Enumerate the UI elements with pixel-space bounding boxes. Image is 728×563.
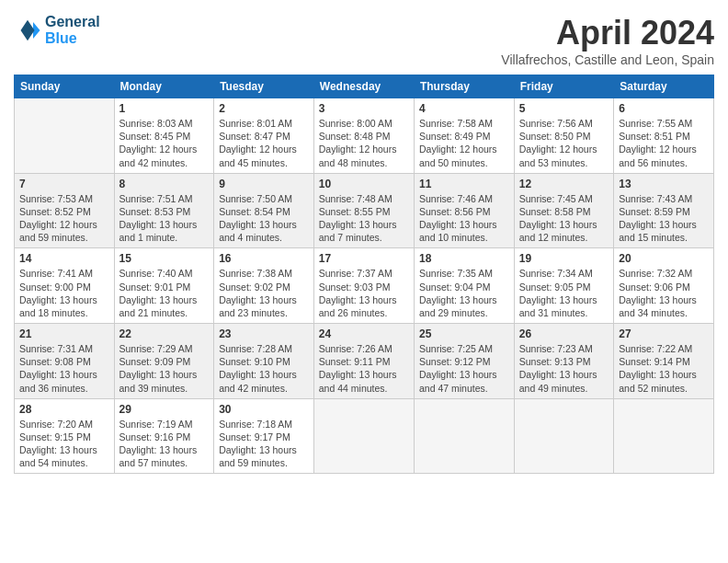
- table-row: 24Sunrise: 7:26 AMSunset: 9:11 PMDayligh…: [313, 324, 414, 399]
- day-info: Sunrise: 7:32 AMSunset: 9:06 PMDaylight:…: [619, 267, 709, 319]
- calendar-header-row: Sunday Monday Tuesday Wednesday Thursday…: [15, 75, 714, 98]
- table-row: 25Sunrise: 7:25 AMSunset: 9:12 PMDayligh…: [414, 324, 514, 399]
- day-number: 25: [419, 327, 509, 340]
- day-info: Sunrise: 7:26 AMSunset: 9:11 PMDaylight:…: [319, 342, 409, 395]
- table-row: 29Sunrise: 7:19 AMSunset: 9:16 PMDayligh…: [114, 398, 214, 474]
- day-info: Sunrise: 7:56 AMSunset: 8:50 PMDaylight:…: [519, 117, 609, 169]
- table-row: 18Sunrise: 7:35 AMSunset: 9:04 PMDayligh…: [414, 248, 514, 324]
- day-info: Sunrise: 7:38 AMSunset: 9:02 PMDaylight:…: [219, 267, 309, 319]
- table-row: 27Sunrise: 7:22 AMSunset: 9:14 PMDayligh…: [614, 324, 714, 399]
- day-info: Sunrise: 7:48 AMSunset: 8:55 PMDaylight:…: [319, 192, 409, 245]
- header-sunday: Sunday: [15, 75, 115, 98]
- table-row: 20Sunrise: 7:32 AMSunset: 9:06 PMDayligh…: [614, 248, 714, 324]
- table-row: [15, 98, 115, 174]
- table-row: [414, 398, 514, 474]
- day-info: Sunrise: 7:20 AMSunset: 9:15 PMDaylight:…: [19, 418, 109, 470]
- logo-icon: [14, 17, 41, 44]
- day-info: Sunrise: 7:23 AMSunset: 9:13 PMDaylight:…: [519, 342, 609, 395]
- table-row: 23Sunrise: 7:28 AMSunset: 9:10 PMDayligh…: [214, 324, 314, 399]
- table-row: 21Sunrise: 7:31 AMSunset: 9:08 PMDayligh…: [15, 324, 115, 399]
- table-row: 14Sunrise: 7:41 AMSunset: 9:00 PMDayligh…: [15, 248, 115, 324]
- day-info: Sunrise: 7:25 AMSunset: 9:12 PMDaylight:…: [419, 342, 509, 395]
- calendar-week-row: 21Sunrise: 7:31 AMSunset: 9:08 PMDayligh…: [15, 324, 714, 399]
- table-row: 7Sunrise: 7:53 AMSunset: 8:52 PMDaylight…: [15, 173, 115, 248]
- day-info: Sunrise: 7:41 AMSunset: 9:00 PMDaylight:…: [19, 267, 109, 319]
- day-info: Sunrise: 7:31 AMSunset: 9:08 PMDaylight:…: [19, 342, 109, 395]
- title-block: April 2024 Villafrechos, Castille and Le…: [501, 14, 714, 67]
- table-row: 15Sunrise: 7:40 AMSunset: 9:01 PMDayligh…: [114, 248, 214, 324]
- table-row: 19Sunrise: 7:34 AMSunset: 9:05 PMDayligh…: [514, 248, 613, 324]
- table-row: 6Sunrise: 7:55 AMSunset: 8:51 PMDaylight…: [614, 98, 714, 174]
- day-info: Sunrise: 7:53 AMSunset: 8:52 PMDaylight:…: [19, 192, 109, 245]
- day-number: 18: [419, 252, 509, 265]
- table-row: [514, 398, 613, 474]
- day-number: 26: [519, 327, 609, 340]
- day-info: Sunrise: 7:37 AMSunset: 9:03 PMDaylight:…: [319, 267, 409, 319]
- calendar-week-row: 1Sunrise: 8:03 AMSunset: 8:45 PMDaylight…: [15, 98, 714, 174]
- header: General Blue April 2024 Villafrechos, Ca…: [14, 14, 714, 67]
- calendar-table: Sunday Monday Tuesday Wednesday Thursday…: [14, 75, 714, 474]
- day-info: Sunrise: 7:35 AMSunset: 9:04 PMDaylight:…: [419, 267, 509, 319]
- day-number: 13: [619, 178, 709, 190]
- day-number: 27: [619, 327, 709, 340]
- day-info: Sunrise: 7:29 AMSunset: 9:09 PMDaylight:…: [119, 342, 210, 395]
- header-tuesday: Tuesday: [214, 75, 314, 98]
- table-row: 11Sunrise: 7:46 AMSunset: 8:56 PMDayligh…: [414, 173, 514, 248]
- day-number: 15: [119, 252, 210, 265]
- day-info: Sunrise: 7:43 AMSunset: 8:59 PMDaylight:…: [619, 192, 709, 245]
- day-number: 11: [419, 178, 509, 190]
- day-number: 3: [319, 102, 409, 115]
- day-number: 22: [119, 327, 210, 340]
- day-number: 5: [519, 102, 609, 115]
- table-row: 2Sunrise: 8:01 AMSunset: 8:47 PMDaylight…: [214, 98, 314, 174]
- table-row: 13Sunrise: 7:43 AMSunset: 8:59 PMDayligh…: [614, 173, 714, 248]
- day-number: 6: [619, 102, 709, 115]
- day-number: 23: [219, 327, 309, 340]
- day-info: Sunrise: 7:34 AMSunset: 9:05 PMDaylight:…: [519, 267, 609, 319]
- day-number: 10: [319, 178, 409, 190]
- svg-marker-1: [21, 19, 35, 40]
- day-number: 2: [219, 102, 309, 115]
- table-row: 5Sunrise: 7:56 AMSunset: 8:50 PMDaylight…: [514, 98, 613, 174]
- header-monday: Monday: [114, 75, 214, 98]
- day-info: Sunrise: 7:45 AMSunset: 8:58 PMDaylight:…: [519, 192, 609, 245]
- day-number: 30: [219, 403, 309, 416]
- page-container: General Blue April 2024 Villafrechos, Ca…: [0, 0, 728, 483]
- day-number: 1: [119, 102, 210, 115]
- day-number: 14: [19, 252, 109, 265]
- day-info: Sunrise: 7:19 AMSunset: 9:16 PMDaylight:…: [119, 418, 210, 470]
- day-number: 21: [19, 327, 109, 340]
- table-row: [313, 398, 414, 474]
- day-number: 12: [519, 178, 609, 190]
- day-number: 17: [319, 252, 409, 265]
- day-info: Sunrise: 7:40 AMSunset: 9:01 PMDaylight:…: [119, 267, 210, 319]
- day-info: Sunrise: 7:28 AMSunset: 9:10 PMDaylight:…: [219, 342, 309, 395]
- day-info: Sunrise: 8:00 AMSunset: 8:48 PMDaylight:…: [319, 117, 409, 169]
- day-number: 20: [619, 252, 709, 265]
- table-row: 9Sunrise: 7:50 AMSunset: 8:54 PMDaylight…: [214, 173, 314, 248]
- table-row: 16Sunrise: 7:38 AMSunset: 9:02 PMDayligh…: [214, 248, 314, 324]
- day-number: 29: [119, 403, 210, 416]
- header-saturday: Saturday: [614, 75, 714, 98]
- day-number: 16: [219, 252, 309, 265]
- table-row: 3Sunrise: 8:00 AMSunset: 8:48 PMDaylight…: [313, 98, 414, 174]
- header-wednesday: Wednesday: [313, 75, 414, 98]
- day-info: Sunrise: 7:50 AMSunset: 8:54 PMDaylight:…: [219, 192, 309, 245]
- table-row: 28Sunrise: 7:20 AMSunset: 9:15 PMDayligh…: [15, 398, 115, 474]
- day-info: Sunrise: 7:55 AMSunset: 8:51 PMDaylight:…: [619, 117, 709, 169]
- day-info: Sunrise: 7:18 AMSunset: 9:17 PMDaylight:…: [219, 418, 309, 470]
- header-thursday: Thursday: [414, 75, 514, 98]
- table-row: 10Sunrise: 7:48 AMSunset: 8:55 PMDayligh…: [313, 173, 414, 248]
- table-row: 17Sunrise: 7:37 AMSunset: 9:03 PMDayligh…: [313, 248, 414, 324]
- table-row: 30Sunrise: 7:18 AMSunset: 9:17 PMDayligh…: [214, 398, 314, 474]
- table-row: 22Sunrise: 7:29 AMSunset: 9:09 PMDayligh…: [114, 324, 214, 399]
- day-number: 19: [519, 252, 609, 265]
- day-info: Sunrise: 8:03 AMSunset: 8:45 PMDaylight:…: [119, 117, 210, 169]
- header-friday: Friday: [514, 75, 613, 98]
- table-row: 8Sunrise: 7:51 AMSunset: 8:53 PMDaylight…: [114, 173, 214, 248]
- logo: General Blue: [14, 14, 100, 46]
- day-number: 9: [219, 178, 309, 190]
- logo-text: General Blue: [45, 14, 100, 46]
- day-number: 4: [419, 102, 509, 115]
- table-row: 26Sunrise: 7:23 AMSunset: 9:13 PMDayligh…: [514, 324, 613, 399]
